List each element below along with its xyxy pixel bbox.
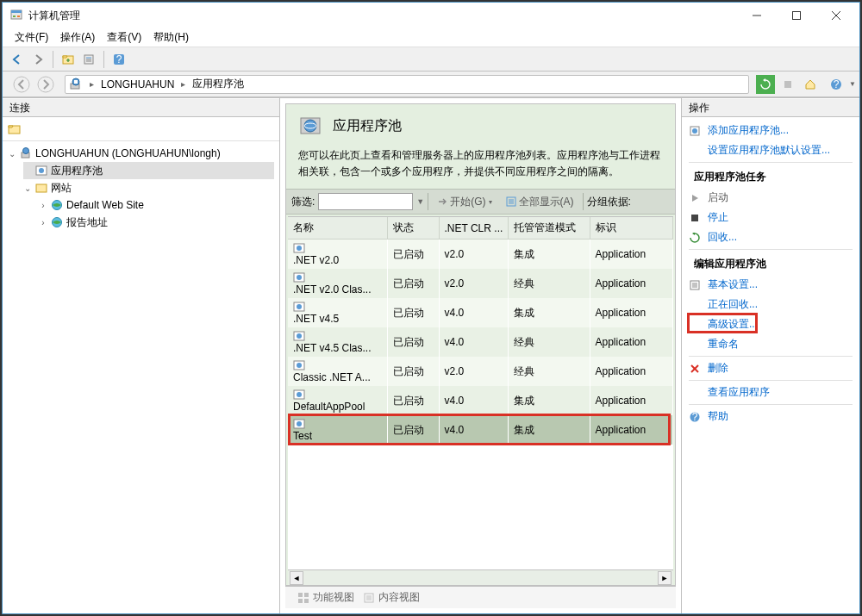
action-stop[interactable]: 停止 <box>682 208 859 227</box>
horizontal-scrollbar[interactable]: ◄ ► <box>288 569 673 585</box>
cell-pipeline: 经典 <box>508 327 590 357</box>
help-button[interactable]: ? <box>109 50 128 69</box>
cell-identity: Application <box>590 386 673 415</box>
apppool-large-icon <box>298 113 324 139</box>
action-set-defaults[interactable]: 设置应用程序池默认设置... <box>682 140 859 160</box>
table-row[interactable]: .NET v2.0 Clas...已启动v2.0经典Application <box>288 269 673 298</box>
svg-point-41 <box>297 275 302 280</box>
svg-point-15 <box>14 77 29 92</box>
tree-sites-node[interactable]: ⌄ 网站 <box>23 179 274 196</box>
help-toolbar-button[interactable]: ? <box>827 75 846 94</box>
back-button[interactable] <box>8 50 27 69</box>
action-recycling[interactable]: 正在回收... <box>682 295 859 314</box>
tree-site-default[interactable]: › Default Web Site <box>39 196 274 214</box>
action-rename[interactable]: 重命名 <box>682 334 859 354</box>
cell-status: 已启动 <box>387 386 439 415</box>
col-name[interactable]: 名称 <box>288 217 387 240</box>
table-row[interactable]: Classic .NET A...已启动v2.0经典Application <box>288 357 673 386</box>
cell-name: .NET v4.5 <box>288 298 387 327</box>
col-status[interactable]: 状态 <box>387 217 439 240</box>
cell-clr: v4.0 <box>439 386 508 415</box>
refresh-button[interactable] <box>756 75 775 94</box>
folder-icon[interactable] <box>8 122 22 136</box>
tree-server-node[interactable]: ⌄ LONGHUAHUN (LONGHUAHUN\longh) <box>8 145 274 162</box>
col-pipeline[interactable]: 托管管道模式 <box>508 217 590 240</box>
table-row[interactable]: Test已启动v4.0集成Application <box>288 415 673 445</box>
title-bar: 计算机管理 <box>3 3 859 28</box>
properties-button[interactable] <box>79 50 98 69</box>
table-row[interactable]: .NET v4.5 Clas...已启动v4.0经典Application <box>288 327 673 357</box>
cell-clr: v2.0 <box>439 269 508 298</box>
svg-text:?: ? <box>116 53 122 65</box>
expand-icon[interactable]: › <box>39 218 47 227</box>
maximize-button[interactable] <box>777 3 816 28</box>
action-view-apps[interactable]: 查看应用程序 <box>682 383 859 402</box>
cell-pipeline: 集成 <box>508 415 590 445</box>
globe-icon <box>51 199 63 211</box>
cell-name: .NET v2.0 <box>288 240 387 270</box>
filter-input[interactable] <box>318 193 413 210</box>
chevron-right-icon: ▸ <box>90 79 94 89</box>
svg-point-43 <box>297 304 302 309</box>
nav-forward-icon[interactable] <box>37 76 54 93</box>
forward-button[interactable] <box>28 50 47 69</box>
tree-apppools-label: 应用程序池 <box>51 164 103 178</box>
scroll-right-icon[interactable]: ► <box>658 571 671 585</box>
collapse-icon[interactable]: ⌄ <box>8 149 16 159</box>
menu-file[interactable]: 文件(F) <box>9 28 53 47</box>
menu-action[interactable]: 操作(A) <box>55 28 100 47</box>
action-advanced-settings[interactable]: 高级设置... <box>682 314 859 334</box>
cell-identity: Application <box>590 240 673 270</box>
action-basic-settings[interactable]: 基本设置... <box>682 275 859 295</box>
action-delete[interactable]: 删除 <box>682 358 859 378</box>
cell-pipeline: 经典 <box>508 357 590 386</box>
filter-toolbar: 筛选: ▼ 开始(G) ▾ 全部显示(A) 分组依据: <box>286 189 675 215</box>
action-recycle[interactable]: 回收... <box>682 227 859 247</box>
table-row[interactable]: .NET v4.5已启动v4.0集成Application <box>288 298 673 327</box>
stop-button-toolbar[interactable] <box>778 75 797 94</box>
collapse-icon[interactable]: ⌄ <box>23 184 32 193</box>
svg-point-49 <box>297 392 302 397</box>
site-default-label: Default Web Site <box>66 199 144 211</box>
action-start[interactable]: 启动 <box>682 188 859 208</box>
col-identity[interactable]: 标识 <box>590 217 673 240</box>
minimize-button[interactable] <box>737 3 777 28</box>
nav-back-icon[interactable] <box>13 76 30 93</box>
go-button[interactable]: 开始(G) ▾ <box>432 192 497 212</box>
menu-help[interactable]: 帮助(H) <box>148 28 194 47</box>
dropdown-icon[interactable]: ▼ <box>849 80 856 88</box>
tab-content[interactable]: 内容视图 <box>363 590 420 605</box>
expand-icon[interactable]: › <box>39 201 47 210</box>
cell-clr: v4.0 <box>439 327 508 357</box>
close-button[interactable] <box>816 3 856 28</box>
section-edit: 编辑应用程序池 <box>682 252 859 275</box>
cell-status: 已启动 <box>387 415 439 445</box>
tree-apppools-node[interactable]: 应用程序池 <box>23 162 274 179</box>
add-icon <box>689 125 701 137</box>
sites-icon <box>35 182 47 194</box>
cell-pipeline: 经典 <box>508 269 590 298</box>
action-add-pool[interactable]: 添加应用程序池... <box>682 121 859 140</box>
cell-identity: Application <box>590 357 673 386</box>
delete-icon <box>689 363 701 375</box>
dropdown-icon[interactable]: ▼ <box>416 197 424 206</box>
breadcrumb-path[interactable]: ▸ LONGHUAHUN ▸ 应用程序池 <box>65 75 749 94</box>
show-all-button[interactable]: 全部显示(A) <box>501 192 579 212</box>
table-row[interactable]: .NET v2.0已启动v2.0集成Application <box>288 240 673 270</box>
table-row[interactable]: DefaultAppPool已启动v4.0集成Application <box>288 386 673 415</box>
cell-status: 已启动 <box>387 298 439 327</box>
tab-features[interactable]: 功能视图 <box>297 590 354 605</box>
actions-header: 操作 <box>682 98 859 117</box>
breadcrumb-apppools[interactable]: 应用程序池 <box>192 77 244 91</box>
breadcrumb-server[interactable]: LONGHUAHUN <box>101 78 174 90</box>
cell-clr: v4.0 <box>439 298 508 327</box>
home-button[interactable] <box>801 75 820 94</box>
up-button[interactable] <box>59 50 78 69</box>
cell-clr: v2.0 <box>439 240 508 270</box>
chevron-right-icon: ▸ <box>181 79 185 89</box>
action-help[interactable]: ? 帮助 <box>682 407 859 426</box>
col-clr[interactable]: .NET CLR ... <box>439 217 508 240</box>
scroll-left-icon[interactable]: ◄ <box>290 571 303 585</box>
tree-site-report[interactable]: › 报告地址 <box>39 214 274 231</box>
menu-view[interactable]: 查看(V) <box>102 28 147 47</box>
